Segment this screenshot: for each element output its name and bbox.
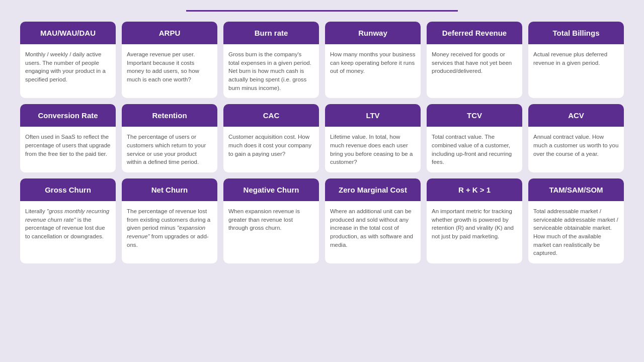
term-card: LTVLifetime value. In total, how much re… (325, 104, 421, 172)
term-description: Where an additional unit can be produced… (325, 201, 421, 263)
term-description: Lifetime value. In total, how much reven… (325, 127, 421, 172)
page-header (20, 10, 624, 12)
term-card: Zero Marginal CostWhere an additional un… (325, 178, 421, 263)
term-title: Retention (122, 104, 217, 127)
term-title: Negative Churn (223, 178, 319, 201)
term-title: Deferred Revenue (427, 22, 522, 44)
term-description: Literally "gross monthly recurring reven… (20, 201, 116, 263)
term-description: Total addressable market / serviceable a… (528, 201, 624, 263)
term-description: Total contract value. The combined value… (427, 127, 522, 172)
term-card: Deferred RevenueMoney received for goods… (427, 22, 522, 98)
term-description: Average revenue per user. Important beca… (122, 44, 217, 98)
header-line (186, 10, 458, 12)
term-description: Gross burn is the company's total expens… (223, 44, 319, 98)
term-title: CAC (223, 104, 319, 127)
term-card: ARPUAverage revenue per user. Important … (122, 22, 217, 98)
term-card: MAU/WAU/DAUMonthly / weekly / daily acti… (20, 22, 116, 98)
term-title: MAU/WAU/DAU (20, 22, 116, 44)
term-card: RunwayHow many months your business can … (325, 22, 421, 98)
term-card: Total BillingsActual revenue plus deferr… (528, 22, 624, 98)
term-card: TCVTotal contract value. The combined va… (427, 104, 522, 172)
term-card: Negative ChurnWhen expansion revenue is … (223, 178, 319, 263)
term-description: When expansion revenue is greater than r… (223, 201, 319, 263)
term-description: Monthly / weekly / daily active users. T… (20, 44, 116, 98)
term-description: Annual contract value. How much a custom… (528, 127, 624, 172)
term-card: Net ChurnThe percentage of revenue lost … (122, 178, 217, 263)
term-title: Conversion Rate (20, 104, 116, 127)
cards-container: MAU/WAU/DAUMonthly / weekly / daily acti… (20, 22, 624, 263)
term-title: TCV (427, 104, 522, 127)
term-card: R + K > 1An important metric for trackin… (427, 178, 522, 263)
term-description: An important metric for tracking whether… (427, 201, 522, 263)
term-title: Net Churn (122, 178, 217, 201)
row-1: Conversion RateOften used in SaaS to ref… (20, 104, 624, 172)
term-description: The percentage of revenue lost from exis… (122, 201, 217, 263)
term-card: Conversion RateOften used in SaaS to ref… (20, 104, 116, 172)
term-title: ARPU (122, 22, 217, 44)
term-title: LTV (325, 104, 421, 127)
term-description: Actual revenue plus deferred revenue in … (528, 44, 624, 98)
term-card: CACCustomer acquisition cost. How much d… (223, 104, 319, 172)
term-title: Runway (325, 22, 421, 44)
term-title: R + K > 1 (427, 178, 522, 201)
row-2: Gross ChurnLiterally "gross monthly recu… (20, 178, 624, 263)
term-card: TAM/SAM/SOMTotal addressable market / se… (528, 178, 624, 263)
term-card: RetentionThe percentage of users or cust… (122, 104, 217, 172)
term-title: Zero Marginal Cost (325, 178, 421, 201)
term-title: TAM/SAM/SOM (528, 178, 624, 201)
term-title: Total Billings (528, 22, 624, 44)
row-0: MAU/WAU/DAUMonthly / weekly / daily acti… (20, 22, 624, 98)
term-description: Customer acquisition cost. How much does… (223, 127, 319, 172)
term-title: Burn rate (223, 22, 319, 44)
term-title: ACV (528, 104, 624, 127)
term-card: ACVAnnual contract value. How much a cus… (528, 104, 624, 172)
term-description: Money received for goods or services tha… (427, 44, 522, 98)
term-card: Gross ChurnLiterally "gross monthly recu… (20, 178, 116, 263)
term-title: Gross Churn (20, 178, 116, 201)
term-description: Often used in SaaS to reflect the percen… (20, 127, 116, 172)
term-card: Burn rateGross burn is the company's tot… (223, 22, 319, 98)
term-description: How many months your business can keep o… (325, 44, 421, 98)
term-description: The percentage of users or customers whi… (122, 127, 217, 172)
